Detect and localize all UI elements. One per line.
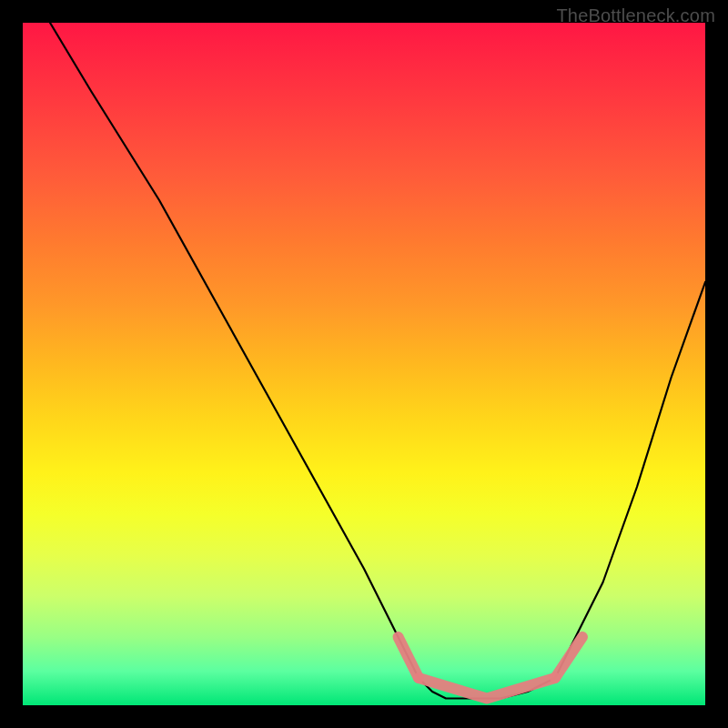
bottleneck-curve: [50, 23, 705, 699]
chart-stage: TheBottleneck.com: [0, 0, 728, 728]
plot-area: [23, 23, 705, 705]
curve-layer: [23, 23, 705, 705]
marker-right: [555, 637, 582, 678]
marker-left: [399, 637, 420, 678]
